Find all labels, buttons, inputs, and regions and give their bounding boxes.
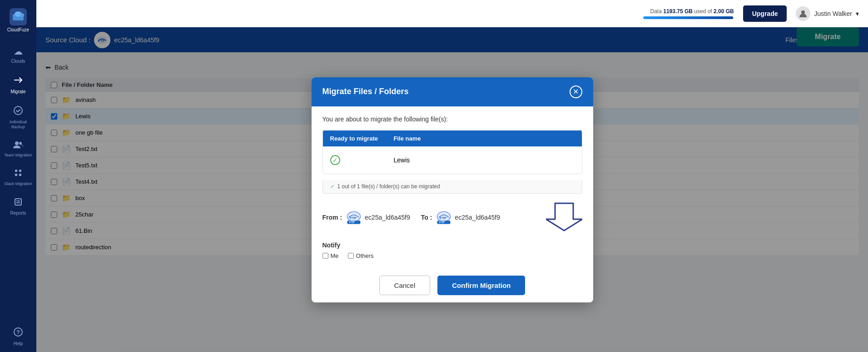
migrate-table-row: ✓ Lewis [323, 146, 582, 174]
svg-text:?: ? [16, 329, 20, 336]
from-cloud: FTP FTP ec25a_ld6a45f9 [346, 209, 410, 226]
modal-header: Migrate Files / Folders ✕ [312, 77, 593, 106]
migrate-files-table: Ready to migrate File name ✓ Lewis [322, 130, 582, 174]
sidebar-item-label-help: Help [14, 341, 23, 347]
migrate-table-header: Ready to migrate File name [323, 131, 582, 146]
user-info[interactable]: Justin Walker ▾ [796, 6, 859, 21]
data-total: 2.00 GB [714, 8, 734, 15]
data-progress-fill [643, 16, 733, 19]
cancel-button[interactable]: Cancel [379, 276, 431, 295]
sidebar-item-label-reports: Reports [10, 211, 26, 216]
notify-options: Me Others [322, 252, 582, 259]
svg-rect-9 [19, 174, 21, 176]
to-cloud-id: ec25a_ld6a45f9 [455, 214, 500, 221]
migrate-info-text: 1 out of 1 file(s) / folder(s) can be mi… [337, 183, 440, 190]
sidebar-item-label-slack: Slack Migration [4, 181, 32, 186]
data-usage-text: Data 1193.75 GB used of 2.00 GB [650, 8, 734, 15]
data-progress-bar [643, 16, 734, 19]
svg-text:FTP: FTP [439, 221, 445, 224]
clouds-icon: ☁ [14, 46, 23, 57]
sidebar: CloudFuze ☁ Clouds Migrate Individual Ba… [0, 0, 36, 352]
svg-rect-7 [19, 170, 21, 172]
modal-overlay: Migrate Files / Folders ✕ You are about … [36, 27, 868, 352]
svg-point-4 [15, 141, 19, 145]
svg-point-5 [19, 142, 22, 145]
sidebar-item-team-migration[interactable]: Team Migration [0, 135, 36, 163]
svg-rect-6 [15, 170, 17, 172]
notify-me-checkbox[interactable] [322, 253, 328, 259]
user-name: Justin Walker [814, 10, 852, 17]
notify-others-label: Others [356, 252, 374, 259]
svg-text:FTP: FTP [350, 216, 357, 220]
sidebar-item-reports[interactable]: Reports [0, 192, 36, 221]
modal-footer: Cancel Confirm Migration [312, 268, 593, 302]
svg-point-2 [20, 13, 24, 17]
upgrade-button[interactable]: Upgrade [743, 5, 787, 22]
from-cloud-id: ec25a_ld6a45f9 [365, 214, 410, 221]
sidebar-item-label-migrate: Migrate [10, 89, 25, 95]
svg-point-3 [14, 106, 22, 115]
notify-option-others: Others [348, 252, 374, 259]
notify-me-label: Me [331, 252, 339, 259]
sidebar-item-slack-migration[interactable]: Slack Migration [0, 163, 36, 192]
migrate-info-row: ✓ 1 out of 1 file(s) / folder(s) can be … [322, 180, 582, 194]
arrow-illustration [546, 201, 582, 234]
chevron-down-icon: ▾ [856, 10, 859, 17]
sidebar-item-migrate[interactable]: Migrate [0, 70, 36, 100]
svg-point-15 [801, 10, 805, 14]
svg-marker-26 [546, 203, 582, 231]
logo-text: CloudFuze [7, 27, 29, 32]
from-label: From : [322, 214, 342, 221]
sidebar-item-label-clouds: Clouds [11, 59, 25, 64]
sidebar-item-label-team: Team Migration [4, 153, 32, 158]
logo-icon [10, 8, 27, 25]
topbar: Data 1193.75 GB used of 2.00 GB Upgrade … [36, 0, 868, 27]
modal-close-button[interactable]: ✕ [570, 85, 582, 98]
confirm-migration-button[interactable]: Confirm Migration [437, 276, 525, 295]
ready-status: ✓ [330, 155, 394, 165]
reports-icon [14, 197, 23, 209]
to-label: To : [421, 214, 432, 221]
modal-title: Migrate Files / Folders [322, 87, 409, 96]
svg-rect-10 [15, 199, 21, 205]
sidebar-item-clouds[interactable]: ☁ Clouds [0, 40, 36, 70]
slack-icon [14, 168, 23, 180]
ready-check-icon: ✓ [330, 155, 340, 165]
team-icon [13, 141, 23, 151]
info-check-icon: ✓ [330, 183, 335, 190]
notify-others-checkbox[interactable] [348, 253, 354, 259]
migrate-modal: Migrate Files / Folders ✕ You are about … [312, 77, 593, 302]
svg-text:FTP: FTP [440, 216, 447, 220]
notify-label: Notify [322, 241, 582, 249]
file-name-cell: Lewis [394, 156, 575, 164]
svg-text:FTP: FTP [349, 221, 355, 224]
svg-rect-8 [15, 174, 17, 176]
notify-option-me: Me [322, 252, 339, 259]
logo: CloudFuze [4, 5, 33, 36]
modal-body: You are about to migrate the following f… [312, 106, 593, 268]
from-to-row: From : FTP FTP ec25a_ld6a45f9 To : [322, 201, 582, 234]
sidebar-item-individual-backup[interactable]: Individual Backup [0, 100, 36, 135]
sidebar-item-label-backup: Individual Backup [4, 120, 33, 130]
help-icon: ? [13, 327, 23, 339]
user-avatar [796, 6, 810, 21]
data-used: 1193.75 GB [663, 8, 693, 15]
notify-section: Notify Me Others [322, 241, 582, 259]
sidebar-item-help[interactable]: ? Help [0, 322, 36, 352]
data-label: Data [650, 8, 662, 15]
to-cloud: FTP FTP ec25a_ld6a45f9 [436, 209, 500, 226]
col2-header: File name [394, 135, 575, 142]
data-usage: Data 1193.75 GB used of 2.00 GB [643, 8, 734, 19]
modal-description: You are about to migrate the following f… [322, 116, 582, 123]
col1-header: Ready to migrate [330, 135, 394, 142]
migrate-icon [13, 75, 23, 87]
main-content: Source Cloud : FTP ec25a_ld6a45f9 Files … [36, 27, 868, 352]
backup-icon [13, 106, 23, 118]
